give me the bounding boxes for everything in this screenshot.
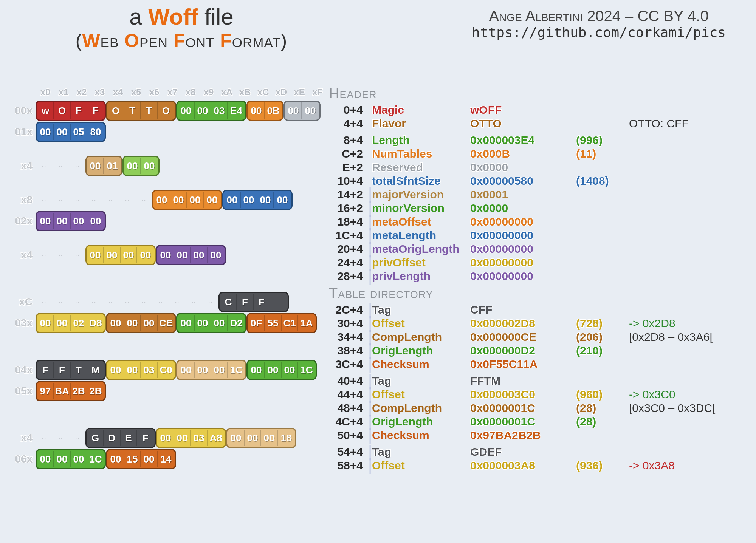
hex-cell: 18 <box>278 430 294 446</box>
field-offset: 34+4 <box>329 331 367 343</box>
hex-cell: 03 <box>211 102 228 119</box>
hex-col-xE: xE <box>290 87 308 101</box>
field-row: 48+4│CompLength0x0000001C(28)[0x3C0 – 0x… <box>329 401 715 415</box>
hex-cell: 2B <box>87 383 104 399</box>
hex-cell: 05 <box>71 124 87 140</box>
hex-cell: 00 <box>124 362 141 378</box>
hex-segment: FFTM <box>36 360 106 380</box>
field-row: 28+4│privLength0x00000000 <box>329 269 715 283</box>
hex-segment: 00000000 <box>36 211 106 231</box>
field-offset: 50+4 <box>329 429 367 442</box>
field-row: 38+4│OrigLength0x000000D2(210) <box>329 344 715 357</box>
field-decimal: (996) <box>576 134 629 147</box>
hex-cell: BA <box>54 383 71 399</box>
field-value: 0x000B <box>470 147 576 160</box>
indent-bar: │ <box>367 428 372 443</box>
field-decimal: (206) <box>576 331 629 343</box>
hex-cell: 00 <box>195 315 211 331</box>
field-note: -> 0x2D8 <box>629 317 675 330</box>
field-name: Offset <box>372 388 470 401</box>
field-decimal: (28) <box>576 415 629 428</box>
hex-cell: 00 <box>108 315 124 331</box>
hex-cell: 00 <box>104 247 121 263</box>
hex-cell: 00 <box>211 315 228 331</box>
field-value: CFF <box>470 303 576 316</box>
field-offset: 0+4 <box>329 104 367 116</box>
hex-cell: 55 <box>265 315 282 331</box>
field-offset: 40+4 <box>329 374 367 387</box>
field-row: 40+4│TagFFTM <box>329 374 715 388</box>
hex-cell: 00 <box>154 192 170 208</box>
hex-cell: M <box>87 362 104 378</box>
field-value: 0x00000000 <box>470 256 576 269</box>
hex-cell: 00 <box>302 102 319 119</box>
indent-bar: │ <box>367 228 372 243</box>
hex-row-label: x4 <box>11 160 36 172</box>
field-offset: 2C+4 <box>329 303 367 316</box>
title-post: file <box>198 4 233 29</box>
field-offset: C+2 <box>329 147 367 160</box>
hex-col-xA: xA <box>218 87 236 101</box>
hex-cell: 00 <box>241 192 257 208</box>
hex-segment: 000B <box>246 101 284 121</box>
hex-cell: C0 <box>158 362 174 378</box>
hex-row-label: xC <box>11 296 36 308</box>
field-value: FFTM <box>470 374 576 387</box>
title-highlight: Woff <box>148 4 198 29</box>
field-value: 0x000003E4 <box>470 134 576 147</box>
hex-row-label: 02x <box>11 215 36 227</box>
hex-row-label: x4 <box>11 249 36 261</box>
hex-col-x4: x4 <box>109 87 127 101</box>
field-value: 0x0000001C <box>470 415 576 428</box>
hex-row: x8··············0000000000000000 <box>11 190 327 210</box>
hex-row-label: 06x <box>11 453 36 465</box>
hex-segment: CFF <box>218 292 289 312</box>
hex-cell: 00 <box>211 362 228 378</box>
field-row: 18+4│metaOffset0x00000000 <box>329 215 715 229</box>
hex-segment: 0000001C <box>246 360 317 380</box>
indent-bar: │ <box>367 343 372 358</box>
field-name: Tag <box>372 374 470 387</box>
hex-cell: 1C <box>228 362 245 378</box>
hex-segment: GDEF <box>85 428 156 448</box>
hex-cell: 1C <box>298 362 315 378</box>
hex-cell: O <box>54 102 71 119</box>
hex-cell: 00 <box>71 213 87 229</box>
hex-cell: C <box>220 294 237 310</box>
field-offset: 48+4 <box>329 402 367 415</box>
hex-col-xC: xC <box>254 87 272 101</box>
indent-bar: │ <box>367 269 372 284</box>
field-decimal: (728) <box>576 317 629 330</box>
field-offset: 3C+4 <box>329 358 367 371</box>
field-row: 14+2│majorVersion0x0001 <box>329 188 715 201</box>
field-name: minorVersion <box>372 202 470 215</box>
attribution-credit: Ange Albertini 2024 – CC BY 4.0 <box>472 8 726 25</box>
field-offset: E+2 <box>329 161 367 174</box>
hex-row-label: 01x <box>11 126 36 138</box>
hex-cell: 00 <box>141 158 158 174</box>
indent-bar: │ <box>367 415 372 429</box>
hex-cell: 00 <box>108 362 124 378</box>
field-value: 0x00000000 <box>470 270 576 283</box>
field-decimal: (1408) <box>576 175 629 187</box>
field-offset: 44+4 <box>329 388 367 401</box>
hex-cell: T <box>141 102 158 119</box>
field-note: -> 0x3C0 <box>629 388 675 401</box>
hex-segment: 0000001C <box>176 360 246 380</box>
hex-cell: 80 <box>87 124 104 140</box>
field-row: 10+4totalSfntSize0x00000580(1408) <box>329 174 715 188</box>
field-value: 0x00000000 <box>470 243 576 255</box>
hex-cell: 00 <box>195 102 211 119</box>
hex-cell: F <box>254 294 270 310</box>
hex-cell: 1A <box>298 315 315 331</box>
attribution: Ange Albertini 2024 – CC BY 4.0 https://… <box>472 8 726 40</box>
hex-cell: 00 <box>248 102 265 119</box>
field-name: metaOffset <box>372 215 470 228</box>
hex-cell: 03 <box>141 362 158 378</box>
field-value: 0x000000CE <box>470 331 576 343</box>
field-row: 2C+4│TagCFF <box>329 303 715 317</box>
field-note: OTTO: CFF <box>629 117 689 130</box>
hex-cell: F <box>137 430 154 446</box>
hex-cell: F <box>71 102 87 119</box>
field-row: 30+4│Offset0x000002D8(728)-> 0x2D8 <box>329 317 715 330</box>
